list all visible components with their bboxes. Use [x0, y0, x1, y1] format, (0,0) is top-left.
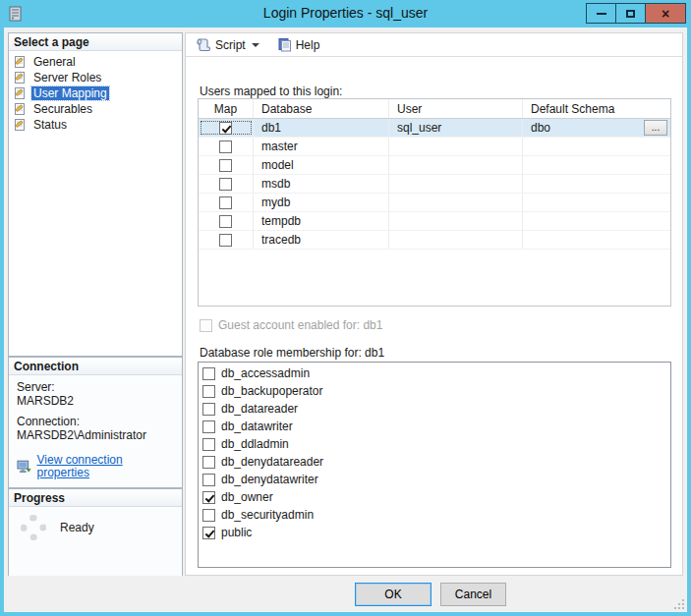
view-connection-properties-link[interactable]: View connection properties	[17, 454, 174, 479]
map-checkbox[interactable]	[219, 140, 232, 153]
script-icon	[196, 37, 211, 52]
map-checkbox[interactable]	[219, 196, 232, 209]
map-cell	[199, 194, 254, 211]
role-item-db_datareader[interactable]: db_datareader	[199, 400, 670, 418]
role-item-public[interactable]: public	[199, 524, 670, 541]
map-checkbox[interactable]	[219, 234, 232, 247]
user-cell	[389, 138, 523, 155]
table-row[interactable]: master	[199, 138, 670, 156]
role-checkbox[interactable]	[202, 474, 215, 486]
role-membership-list: db_accessadmindb_backupoperatordb_datare…	[198, 362, 671, 568]
connection-value: MARSDB2\Administrator	[17, 429, 174, 442]
sidebar-item-label: General	[31, 55, 78, 69]
table-row[interactable]: msdb	[199, 175, 670, 194]
cancel-button[interactable]: Cancel	[440, 583, 506, 606]
table-row[interactable]: db1sql_userdbo...	[199, 119, 670, 138]
script-button[interactable]: Script	[192, 35, 263, 54]
role-checkbox[interactable]	[202, 491, 215, 504]
map-cell	[199, 212, 254, 230]
help-button[interactable]: Help	[273, 35, 324, 54]
minimize-icon	[597, 13, 606, 15]
table-row[interactable]: tracedb	[199, 231, 670, 250]
table-row[interactable]: tempdb	[199, 212, 670, 231]
default-schema-cell	[523, 156, 670, 174]
role-checkbox[interactable]	[202, 527, 215, 539]
role-item-db_denydatareader[interactable]: db_denydatareader	[199, 453, 670, 471]
role-checkbox[interactable]	[202, 385, 215, 398]
map-cell	[199, 138, 254, 155]
column-header-database[interactable]: Database	[254, 99, 389, 118]
close-button[interactable]: ×	[645, 3, 686, 24]
map-cell	[199, 231, 254, 249]
role-item-db_securityadmin[interactable]: db_securityadmin	[199, 506, 670, 524]
database-cell: model	[254, 156, 389, 174]
role-item-db_ddladmin[interactable]: db_ddladmin	[199, 435, 670, 453]
user-cell	[389, 212, 523, 230]
minimize-button[interactable]	[586, 3, 616, 24]
page-icon	[14, 102, 28, 116]
sidebar-item-securables[interactable]: Securables	[11, 101, 180, 117]
sidebar-item-status[interactable]: Status	[11, 117, 180, 133]
script-dropdown-icon	[252, 43, 259, 47]
help-label: Help	[296, 38, 320, 52]
maximize-button[interactable]	[615, 3, 646, 24]
connection-header: Connection	[9, 358, 182, 375]
guest-account-label: Guest account enabled for: db1	[218, 318, 382, 332]
map-cell	[199, 119, 254, 137]
map-checkbox[interactable]	[219, 178, 232, 191]
sidebar-item-label: Securables	[31, 102, 94, 116]
user-mapping-table-body: db1sql_userdbo...mastermodelmsdbmydbtemp…	[199, 119, 670, 250]
sidebar-item-label: Status	[31, 118, 69, 132]
role-checkbox[interactable]	[202, 367, 215, 380]
browse-schema-button[interactable]: ...	[644, 120, 667, 136]
help-icon	[277, 37, 292, 52]
guest-account-checkbox	[200, 319, 212, 332]
title-bar: Login Properties - sql_user ×	[0, 0, 691, 28]
role-label: db_owner	[221, 490, 273, 504]
sidebar-item-label: User Mapping	[31, 86, 109, 100]
sidebar-item-general[interactable]: General	[11, 54, 180, 70]
role-item-db_backupoperator[interactable]: db_backupoperator	[199, 382, 670, 400]
default-schema-cell	[523, 138, 670, 155]
table-row[interactable]: model	[199, 156, 670, 175]
role-item-db_owner[interactable]: db_owner	[199, 488, 670, 506]
role-item-db_accessadmin[interactable]: db_accessadmin	[199, 364, 670, 382]
user-cell	[389, 231, 523, 249]
progress-header: Progress	[9, 489, 182, 507]
role-item-db_denydatawriter[interactable]: db_denydatawriter	[199, 471, 670, 488]
database-cell: db1	[254, 119, 389, 137]
role-checkbox[interactable]	[202, 456, 215, 469]
column-header-user[interactable]: User	[389, 99, 523, 118]
user-cell: sql_user	[389, 119, 523, 137]
progress-status: Ready	[60, 521, 94, 534]
view-connection-properties-label: View connection properties	[37, 454, 174, 479]
default-schema-cell	[523, 231, 670, 249]
sidebar-item-user-mapping[interactable]: User Mapping	[11, 85, 180, 101]
table-header-row: Map Database User Default Schema	[199, 99, 670, 119]
role-label: db_securityadmin	[221, 508, 314, 522]
table-row[interactable]: mydb	[199, 194, 670, 212]
role-item-db_datawriter[interactable]: db_datawriter	[199, 418, 670, 435]
role-checkbox[interactable]	[202, 438, 215, 451]
role-checkbox[interactable]	[202, 420, 215, 433]
column-header-default-schema[interactable]: Default Schema	[523, 99, 670, 118]
map-checkbox[interactable]	[219, 122, 232, 135]
page-icon	[14, 55, 28, 69]
role-checkbox[interactable]	[202, 403, 215, 416]
column-header-map[interactable]: Map	[199, 99, 254, 118]
guest-account-row: Guest account enabled for: db1	[200, 318, 382, 332]
user-cell	[389, 175, 523, 193]
maximize-icon	[626, 10, 635, 18]
page-content-card: Script Help Users mapped to this login: …	[185, 32, 683, 576]
database-cell: tracedb	[254, 231, 389, 249]
map-cell	[199, 175, 254, 193]
resize-grip[interactable]	[674, 599, 684, 609]
role-checkbox[interactable]	[202, 509, 215, 522]
role-label: db_accessadmin	[221, 366, 310, 380]
map-checkbox[interactable]	[219, 215, 232, 228]
sidebar-item-server-roles[interactable]: Server Roles	[11, 70, 180, 85]
role-label: db_datawriter	[221, 420, 293, 433]
ok-button[interactable]: OK	[355, 583, 432, 606]
page-icon	[14, 118, 28, 132]
map-checkbox[interactable]	[219, 159, 232, 172]
